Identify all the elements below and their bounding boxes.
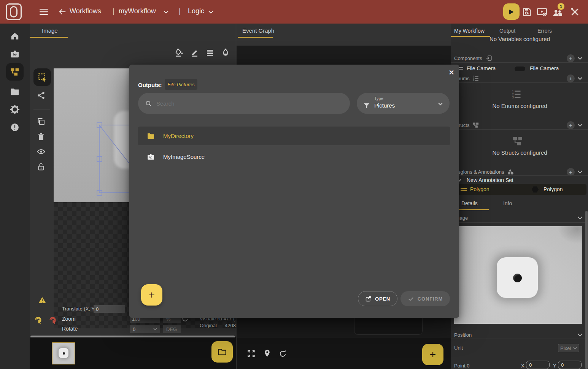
click-select-yellow-icon[interactable] — [34, 315, 43, 325]
section-dropdown[interactable]: Logic — [188, 7, 204, 15]
component-row-file-camera[interactable]: File Camera File Camera — [451, 63, 588, 73]
open-button[interactable]: OPEN — [358, 291, 397, 306]
components-collapse-chevron[interactable] — [577, 57, 583, 60]
sidebar-item-files[interactable] — [8, 84, 22, 99]
run-workflow-button[interactable]: ▶ — [503, 3, 520, 20]
outputs-label: Outputs: — [138, 82, 162, 88]
vertical-scrollbar[interactable] — [585, 211, 588, 369]
add-region-button[interactable]: + — [567, 168, 575, 176]
breadcrumb-workflows[interactable]: Workflows — [70, 7, 101, 15]
refresh-icon[interactable] — [278, 349, 287, 358]
regions-icon — [507, 168, 514, 175]
enums-collapse-chevron[interactable] — [577, 77, 583, 80]
point0-y-input[interactable] — [558, 361, 582, 369]
add-component-button[interactable]: + — [567, 54, 575, 62]
unit-select[interactable]: Pixel — [558, 344, 579, 352]
click-select-red-icon[interactable] — [48, 315, 57, 325]
workflow-name-dropdown[interactable]: myWorkflow — [119, 7, 156, 15]
play-icon: ▶ — [509, 8, 514, 16]
workflow-icon — [10, 67, 20, 77]
svg-text:3: 3 — [512, 96, 514, 99]
tab-details[interactable]: Details — [461, 200, 478, 206]
copy-icon[interactable] — [37, 117, 46, 126]
add-node-button[interactable]: + — [422, 344, 443, 365]
hamburger-menu-icon[interactable] — [40, 8, 48, 15]
sidebar-item-alerts[interactable] — [8, 120, 22, 135]
list-item-label: MyDirectory — [163, 133, 194, 139]
list-item-directory[interactable]: MyDirectory — [138, 127, 450, 145]
component-toggle[interactable] — [515, 67, 525, 71]
image-collapse-chevron[interactable] — [577, 216, 583, 220]
alert-icon — [10, 122, 20, 132]
rotate-label: Rotate — [62, 326, 78, 332]
opacity-droplet-icon[interactable] — [221, 48, 230, 57]
tab-my-workflow[interactable]: My Workflow — [454, 28, 485, 34]
visibility-icon[interactable] — [37, 147, 46, 156]
share-polyline-icon[interactable] — [37, 91, 46, 100]
sidebar-item-home[interactable] — [8, 29, 22, 43]
type-filter-dropdown[interactable]: Type Pictures — [357, 93, 450, 114]
divider — [451, 62, 588, 63]
tab-my-workflow-underline — [451, 36, 490, 37]
svg-text:3: 3 — [473, 79, 474, 81]
close-icon: ✕ — [448, 68, 454, 77]
filter-funnel-icon — [363, 102, 370, 109]
sidebar-item-settings[interactable] — [8, 102, 22, 117]
hexagon-icon — [531, 186, 539, 193]
polygon-row[interactable]: Polygon Polygon — [455, 184, 586, 195]
tab-output[interactable]: Output — [499, 28, 515, 34]
location-pin-icon[interactable] — [263, 349, 272, 358]
point0-x-input[interactable] — [526, 361, 550, 369]
fill-tool-icon[interactable] — [175, 48, 184, 57]
select-tool-button[interactable] — [33, 68, 51, 86]
tab-event-graph[interactable]: Event Graph — [242, 27, 274, 34]
add-struct-button[interactable]: + — [567, 121, 575, 129]
save-workflow-icon[interactable] — [522, 7, 532, 17]
app-root: Image — [0, 0, 588, 369]
layers-lines-icon[interactable] — [205, 48, 215, 57]
chevron-down-icon — [438, 103, 443, 106]
lock-open-icon[interactable] — [37, 162, 46, 171]
rotate-select[interactable]: 0 — [130, 325, 160, 333]
tab-info[interactable]: Info — [503, 200, 512, 206]
position-collapse-chevron[interactable] — [577, 333, 583, 337]
tools-icon[interactable] — [570, 7, 580, 17]
structs-collapse-chevron[interactable] — [577, 124, 583, 127]
fit-view-icon[interactable] — [247, 349, 256, 358]
preview-settings-icon[interactable] — [537, 7, 547, 17]
add-enum-button[interactable]: + — [567, 74, 575, 82]
divider — [451, 129, 588, 130]
list-item-image-source[interactable]: MyImageSource — [138, 147, 450, 166]
tab-image[interactable]: Image — [42, 27, 58, 34]
sidebar-item-camera[interactable] — [8, 47, 22, 61]
open-folder-button[interactable] — [211, 341, 233, 363]
delete-icon[interactable] — [37, 132, 46, 141]
unit-label: Unit — [454, 345, 463, 351]
translate-input[interactable] — [94, 305, 125, 313]
sidebar-item-workflows[interactable] — [6, 63, 24, 81]
regions-collapse-chevron[interactable] — [577, 170, 583, 174]
folder-icon — [147, 132, 155, 140]
thumbnail-selected[interactable] — [52, 342, 75, 364]
pencil-tool-icon[interactable] — [190, 48, 199, 57]
drag-handle-icon[interactable] — [461, 188, 467, 191]
confirm-button[interactable]: CONFIRM — [400, 291, 450, 306]
search-input[interactable] — [156, 100, 338, 107]
tab-errors[interactable]: Errors — [537, 28, 552, 34]
regions-title: Regions & Annotations — [454, 169, 504, 175]
enums-empty-icon: 123 — [511, 89, 522, 100]
structs-icon — [472, 122, 479, 128]
point0-y-label: Y — [553, 363, 556, 369]
users-badge: 1 — [558, 3, 564, 10]
back-arrow-icon[interactable] — [58, 8, 67, 16]
position-title: Position — [454, 332, 472, 338]
modal-close-button[interactable]: ✕ — [447, 68, 456, 78]
annotation-set-row[interactable]: New Annotation Set — [451, 176, 588, 185]
image-preview[interactable] — [454, 226, 582, 324]
app-logo[interactable] — [6, 3, 22, 20]
search-bar[interactable] — [138, 93, 350, 114]
chevron-down-icon[interactable] — [208, 11, 213, 14]
chevron-down-icon[interactable] — [164, 11, 168, 14]
home-icon — [10, 31, 20, 41]
add-output-button[interactable]: + — [141, 284, 162, 306]
